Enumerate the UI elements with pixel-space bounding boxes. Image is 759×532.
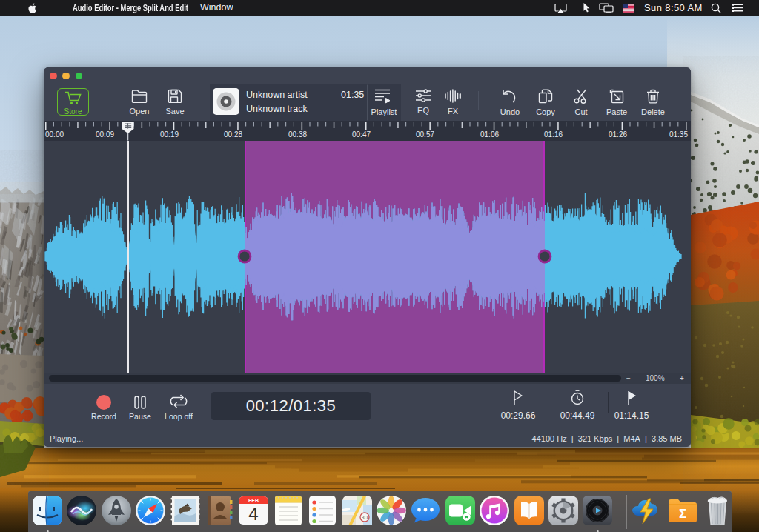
svg-text:Σ: Σ <box>679 507 686 521</box>
svg-text:3D: 3D <box>361 515 368 520</box>
svg-text:FEB: FEB <box>248 498 259 503</box>
svg-text:4: 4 <box>249 504 259 524</box>
